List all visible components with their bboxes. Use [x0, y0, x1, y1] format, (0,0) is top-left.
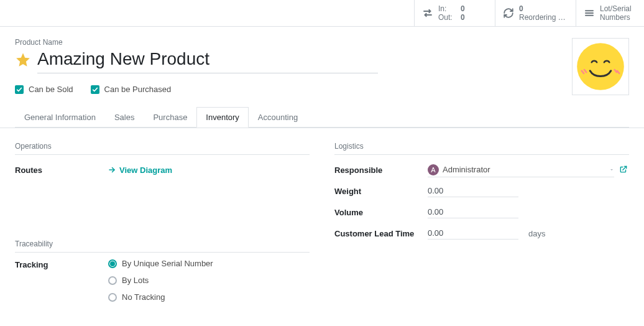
logistics-section-title: Logistics: [334, 142, 629, 155]
in-value: 0: [461, 4, 465, 13]
volume-input[interactable]: [428, 206, 518, 218]
svg-point-3: [577, 43, 624, 90]
user-avatar-icon: A: [428, 164, 439, 175]
tracking-radio-none[interactable]: No Tracking: [108, 292, 213, 302]
refresh-icon: [502, 7, 515, 19]
product-image[interactable]: [572, 38, 629, 95]
tracking-option-0: By Unique Serial Number: [122, 259, 213, 268]
radio-unchecked-icon: [108, 293, 117, 302]
view-diagram-label: View Diagram: [119, 165, 172, 175]
lots-label-2: Numbers: [600, 13, 630, 22]
tracking-option-1: By Lots: [122, 276, 149, 285]
external-link-icon[interactable]: [619, 165, 628, 175]
checkbox-checked-icon: [91, 85, 99, 94]
can-be-purchased-label: Can be Purchased: [104, 85, 172, 94]
stat-reordering-button[interactable]: 0 Reordering …: [495, 0, 576, 26]
dropdown-caret-icon[interactable]: [609, 165, 614, 174]
view-diagram-link[interactable]: View Diagram: [108, 165, 172, 175]
tabs-bar: General Information Sales Purchase Inven…: [15, 106, 629, 128]
reordering-count: 0: [519, 4, 566, 13]
weight-label: Weight: [334, 187, 428, 196]
traceability-section-title: Traceability: [15, 240, 310, 253]
responsible-label: Responsible: [334, 165, 428, 175]
radio-checked-icon: [108, 259, 117, 268]
stat-buttons-bar: In:0 Out:0 0 Reordering … Lot/Serial Num…: [0, 0, 644, 27]
tab-accounting[interactable]: Accounting: [249, 107, 307, 128]
lead-time-unit: days: [528, 229, 545, 238]
tab-purchase[interactable]: Purchase: [144, 107, 196, 128]
tab-sales[interactable]: Sales: [105, 107, 144, 128]
volume-label: Volume: [334, 208, 428, 217]
list-icon: [582, 7, 596, 19]
can-be-sold-checkbox[interactable]: Can be Sold: [15, 85, 73, 94]
lots-label-1: Lot/Serial: [600, 4, 632, 13]
product-name-label: Product Name: [15, 38, 572, 47]
transfers-icon: [421, 7, 435, 19]
stat-transfers-button[interactable]: In:0 Out:0: [414, 0, 495, 26]
out-label: Out:: [438, 13, 456, 22]
routes-label: Routes: [15, 165, 108, 175]
inventory-tab-content: Operations Routes View Diagram Traceabil…: [0, 128, 644, 326]
lead-time-label: Customer Lead Time: [334, 229, 428, 238]
tracking-label: Tracking: [15, 260, 108, 269]
tracking-option-2: No Tracking: [122, 292, 165, 302]
lead-time-input[interactable]: [428, 227, 518, 240]
out-value: 0: [461, 13, 465, 22]
form-sheet: Product Name Can be Sold Can be Purchase…: [0, 27, 644, 128]
weight-input[interactable]: [428, 185, 518, 197]
product-name-input[interactable]: [37, 48, 378, 73]
responsible-field[interactable]: A Administrator: [428, 163, 614, 177]
tracking-radio-lots[interactable]: By Lots: [108, 276, 213, 285]
favorite-star-icon[interactable]: [15, 52, 31, 70]
operations-section-title: Operations: [15, 142, 310, 155]
in-label: In:: [438, 4, 456, 13]
stat-lots-button[interactable]: Lot/Serial Numbers: [576, 0, 644, 26]
arrow-right-icon: [108, 166, 116, 174]
radio-unchecked-icon: [108, 276, 117, 285]
checkbox-checked-icon: [15, 85, 24, 94]
can-be-purchased-checkbox[interactable]: Can be Purchased: [91, 85, 172, 94]
can-be-sold-label: Can be Sold: [29, 85, 73, 94]
reordering-label: Reordering …: [519, 13, 566, 22]
tab-general-information[interactable]: General Information: [15, 107, 105, 128]
responsible-value: Administrator: [443, 165, 605, 174]
tracking-radio-serial[interactable]: By Unique Serial Number: [108, 259, 213, 268]
tab-inventory[interactable]: Inventory: [196, 107, 248, 128]
